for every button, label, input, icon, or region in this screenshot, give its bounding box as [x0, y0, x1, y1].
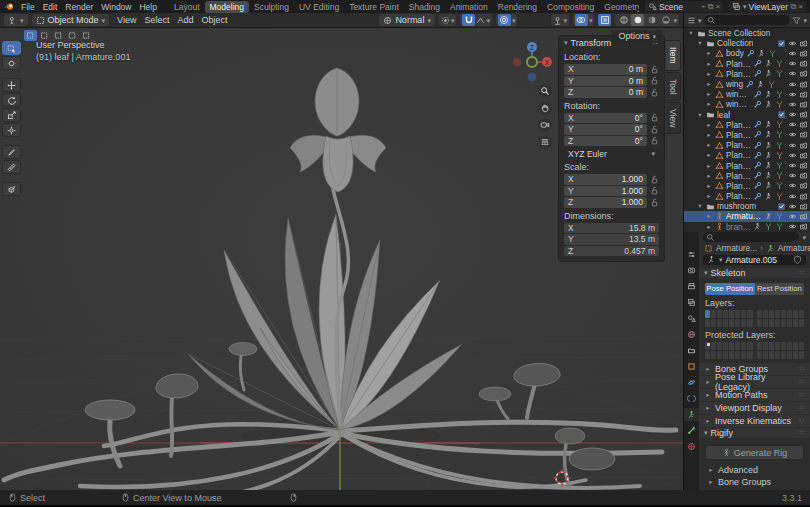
- panel-inverse-kinematics[interactable]: ▸Inverse Kinematics∷: [699, 415, 810, 427]
- camera-icon[interactable]: [799, 171, 808, 180]
- viewlayer-close-icon[interactable]: ×: [798, 2, 803, 11]
- layer-cell[interactable]: [717, 351, 722, 359]
- layer-cell[interactable]: [705, 310, 710, 318]
- layer-cell[interactable]: [787, 310, 792, 318]
- outliner-row-plane-004[interactable]: ▸Plane.004: [684, 130, 810, 140]
- tool-move[interactable]: [2, 78, 21, 92]
- particles-icon[interactable]: [768, 49, 777, 58]
- eye-icon[interactable]: [788, 59, 797, 68]
- camera-icon[interactable]: [799, 192, 808, 201]
- camera-icon[interactable]: [799, 39, 808, 48]
- snapping-controls[interactable]: ▾: [460, 14, 492, 26]
- properties-tab-tool[interactable]: [684, 248, 699, 261]
- particles-icon[interactable]: [775, 161, 784, 170]
- lock-open-icon[interactable]: [650, 125, 659, 134]
- lock-open-icon[interactable]: [650, 136, 659, 145]
- eye-icon[interactable]: [788, 212, 797, 221]
- tool-add-cube[interactable]: [2, 182, 21, 196]
- tool-scale[interactable]: [2, 108, 21, 122]
- snap-magnet-icon[interactable]: [462, 14, 475, 26]
- workspace-tab-modeling[interactable]: Modeling: [205, 1, 250, 13]
- layer-cell[interactable]: [769, 310, 774, 318]
- viewport-menu-add[interactable]: Add: [173, 15, 197, 25]
- viewlayer-selector[interactable]: ▾ ViewLayer ⧉ ×: [729, 1, 806, 12]
- layer-cell[interactable]: [729, 342, 734, 350]
- outliner-row-plane-003[interactable]: ▸Plane.003: [684, 120, 810, 130]
- options-button[interactable]: Options ▾: [612, 30, 662, 42]
- particles-icon[interactable]: [775, 100, 784, 109]
- outliner-row-plane-011[interactable]: ▸Plane.011: [684, 69, 810, 79]
- layer-cell[interactable]: [729, 351, 734, 359]
- armature-mod-icon[interactable]: [757, 49, 766, 58]
- modifier-icon[interactable]: [746, 49, 755, 58]
- camera-icon[interactable]: [799, 90, 808, 99]
- particles-icon[interactable]: [767, 80, 776, 89]
- armature-mod-icon[interactable]: [764, 171, 773, 180]
- viewport-menu-view[interactable]: View: [113, 15, 140, 25]
- checkbox-icon[interactable]: [777, 202, 786, 211]
- layer-cell[interactable]: [763, 319, 768, 327]
- outliner-row-body[interactable]: ▸body: [684, 48, 810, 58]
- layer-cell[interactable]: [735, 342, 740, 350]
- outliner-row-wing-up[interactable]: ▸wing up: [684, 99, 810, 109]
- layer-cell[interactable]: [769, 351, 774, 359]
- layer-cell[interactable]: [747, 319, 752, 327]
- menu-file[interactable]: File: [17, 2, 39, 12]
- armature-mod-icon[interactable]: [764, 141, 773, 150]
- layer-cell[interactable]: [781, 342, 786, 350]
- armature-mod-icon[interactable]: [764, 120, 773, 129]
- layer-cell[interactable]: [757, 342, 762, 350]
- eye-icon[interactable]: [788, 192, 797, 201]
- eye-icon[interactable]: [788, 222, 797, 231]
- camera-icon[interactable]: [799, 110, 808, 119]
- select-mode-invert[interactable]: [66, 30, 79, 41]
- panel-pose-library--legacy-[interactable]: ▸Pose Library (Legacy)∷: [699, 376, 810, 388]
- gizmo-x-neg[interactable]: [513, 58, 522, 67]
- navigation-gizmo[interactable]: Z X: [510, 38, 554, 86]
- outliner-row-scene-collection[interactable]: ▾Scene Collection: [684, 28, 810, 38]
- workspace-tab-sculpting[interactable]: Sculpting: [249, 1, 294, 13]
- camera-icon[interactable]: [799, 59, 808, 68]
- lock-open-icon[interactable]: [650, 198, 659, 207]
- modifier-icon[interactable]: [753, 59, 762, 68]
- layer-cell[interactable]: [793, 310, 798, 318]
- transform-field-z[interactable]: Z1.000: [564, 197, 647, 208]
- lock-open-icon[interactable]: [650, 113, 659, 122]
- properties-tab-view-layer[interactable]: [684, 296, 699, 309]
- layer-cell[interactable]: [793, 351, 798, 359]
- overlays-icon[interactable]: [575, 14, 588, 26]
- particles-icon[interactable]: [775, 171, 784, 180]
- filter-funnel-icon[interactable]: [792, 16, 801, 25]
- rigify-bone-groups-subpanel[interactable]: ▸Bone Groups: [705, 476, 804, 488]
- modifier-icon[interactable]: [753, 100, 762, 109]
- outliner-row-leaf[interactable]: ▾leaf: [684, 110, 810, 120]
- armature-mod-icon[interactable]: [756, 80, 765, 89]
- rigify-advanced-subpanel[interactable]: ▸Advanced: [705, 464, 804, 476]
- tool-measure[interactable]: [2, 160, 21, 174]
- modifier-icon[interactable]: [753, 171, 762, 180]
- layer-cell[interactable]: [741, 351, 746, 359]
- particles-icon[interactable]: [775, 69, 784, 78]
- show-overlays-dropdown[interactable]: ▾: [573, 14, 595, 26]
- zoom-view-button[interactable]: [538, 84, 552, 98]
- workspace-tab-compositing[interactable]: Compositing: [542, 1, 599, 13]
- lock-open-icon[interactable]: [650, 88, 659, 97]
- workspace-tab-layout[interactable]: Layout: [169, 1, 205, 13]
- layer-cell[interactable]: [711, 319, 716, 327]
- workspace-tab-rendering[interactable]: Rendering: [493, 1, 542, 13]
- sidebar-tab-item[interactable]: Item: [666, 40, 681, 71]
- blender-logo-icon[interactable]: [4, 1, 15, 12]
- proportional-editing-controls[interactable]: ▾: [496, 14, 518, 26]
- layer-cell[interactable]: [741, 342, 746, 350]
- modifier-icon[interactable]: [753, 141, 762, 150]
- layer-cell[interactable]: [747, 351, 752, 359]
- eye-icon[interactable]: [788, 130, 797, 139]
- layer-cell[interactable]: [735, 310, 740, 318]
- modifier-icon[interactable]: [753, 151, 762, 160]
- outliner-row-plane-001[interactable]: ▸Plane.001: [684, 59, 810, 69]
- transform-field-z[interactable]: Z0 m: [564, 87, 647, 98]
- armature-mod-icon[interactable]: [753, 222, 762, 231]
- show-gizmo-dropdown[interactable]: ▾: [551, 14, 569, 26]
- eye-icon[interactable]: [788, 171, 797, 180]
- breadcrumb-object[interactable]: Armature...: [716, 243, 757, 253]
